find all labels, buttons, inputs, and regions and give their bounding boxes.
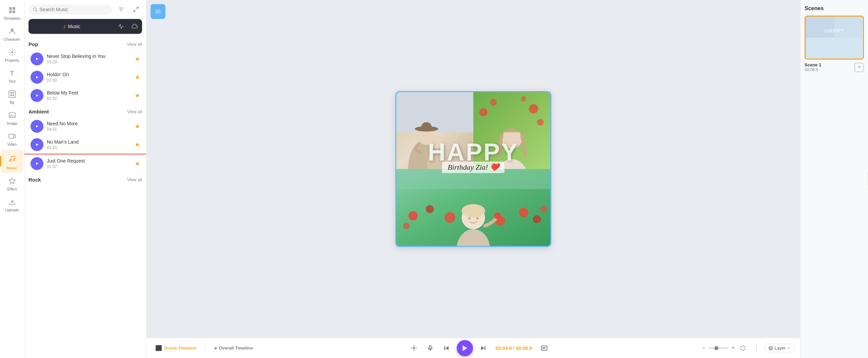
track-play-btn-holdin-on[interactable]: [31, 71, 43, 84]
sidebar-item-property[interactable]: Property: [1, 45, 23, 65]
layer-btn[interactable]: Layer: [765, 344, 795, 352]
overall-timeline-icon: ≡: [214, 345, 217, 351]
track-play-btn-never-stop[interactable]: [31, 52, 43, 65]
view-all-pop[interactable]: View all: [127, 42, 142, 47]
sidebar-item-label-image: Image: [7, 121, 17, 125]
sidebar-item-character[interactable]: Character: [1, 24, 23, 44]
zoom-plus[interactable]: +: [731, 344, 735, 352]
skip-forward-btn[interactable]: [477, 342, 489, 354]
text-icon: T: [7, 68, 17, 78]
music-icon: [6, 152, 18, 165]
sidebar-item-image[interactable]: Image: [1, 108, 23, 128]
track-info-no-mans-land: No Man's Land 01:43: [47, 139, 131, 150]
overall-timeline-btn[interactable]: ≡ Overall Timeline: [211, 343, 256, 353]
svg-rect-10: [13, 94, 14, 96]
track-name-holdin-on: Holdin' On: [47, 72, 131, 77]
time-display: 00:04.8 / 00:08.9: [493, 345, 534, 351]
canvas-frame[interactable]: HAPPY Birthday Zia! ❤️: [395, 91, 551, 247]
sidebar-item-text[interactable]: T Text: [1, 66, 23, 86]
effect-icon: [7, 176, 17, 186]
filter-button[interactable]: [115, 3, 127, 16]
track-star-need-no-more[interactable]: ★: [135, 123, 140, 130]
sidebar-item-label-property: Property: [5, 58, 19, 62]
svg-point-14: [9, 160, 11, 162]
music-list: Pop View all Never Stop Believing in You…: [24, 37, 146, 358]
svg-point-42: [426, 205, 434, 213]
timeline-divider: [205, 344, 205, 352]
svg-rect-22: [155, 9, 161, 14]
sidebar-item-label-music: Music: [7, 166, 17, 170]
section-title-pop: Pop: [28, 41, 38, 47]
search-box[interactable]: [28, 4, 112, 15]
svg-rect-13: [9, 134, 14, 138]
canvas-cell-top-left: [396, 92, 473, 169]
track-name-just-one-request: Just One Request: [47, 158, 131, 164]
zoom-minus[interactable]: −: [702, 344, 706, 352]
track-item-no-mans-land[interactable]: No Man's Land 01:43 ★: [28, 135, 142, 154]
track-star-just-one-request[interactable]: ★: [135, 160, 140, 167]
sidebar-item-music[interactable]: Music: [1, 150, 23, 173]
scene-timeline-btn[interactable]: ⬛ Scene Timeline: [152, 343, 199, 353]
track-duration-below-my-feet: 01:52: [47, 96, 131, 101]
sidebar-item-video[interactable]: Video: [1, 129, 23, 149]
sidebar-item-label-effect: Effect: [7, 187, 17, 191]
track-duration-holdin-on: 01:50: [47, 78, 131, 83]
sidebar-item-bg[interactable]: Bg: [1, 87, 23, 107]
svg-point-44: [403, 222, 410, 229]
svg-point-32: [479, 108, 488, 116]
track-item-holdin-on[interactable]: Holdin' On 01:50 ★: [28, 68, 142, 86]
track-star-below-my-feet[interactable]: ★: [135, 92, 140, 99]
track-star-never-stop[interactable]: ★: [135, 55, 140, 63]
sidebar-item-label-uploads: Uploads: [5, 208, 19, 212]
scene-card-1[interactable]: HAPPY: [805, 16, 864, 60]
svg-rect-66: [806, 38, 863, 59]
play-pause-btn[interactable]: [457, 340, 473, 356]
track-star-holdin-on[interactable]: ★: [135, 73, 140, 81]
svg-point-46: [533, 215, 541, 223]
sidebar-item-label-video: Video: [7, 142, 17, 146]
music-panel: ♪ Music Pop View all Never Stop Believin…: [24, 0, 146, 358]
svg-rect-2: [9, 10, 12, 13]
skip-back-btn[interactable]: [440, 342, 453, 354]
search-input[interactable]: [40, 7, 108, 12]
track-item-need-no-more[interactable]: Need No More 04:01 ★: [28, 117, 142, 135]
svg-point-43: [445, 212, 455, 223]
sidebar-item-templates[interactable]: Templates: [1, 3, 23, 23]
track-play-btn-need-no-more[interactable]: [31, 120, 43, 133]
zoom-slider[interactable]: [708, 348, 729, 349]
track-name-need-no-more: Need No More: [47, 121, 131, 126]
svg-point-47: [540, 206, 547, 212]
track-duration-never-stop: 03:29: [47, 60, 131, 64]
tab-rhythm[interactable]: [115, 20, 127, 33]
svg-rect-56: [430, 345, 431, 349]
expand-timeline-btn[interactable]: [737, 343, 748, 354]
track-item-never-stop[interactable]: Never Stop Believing in You 03:29 ★: [28, 50, 142, 68]
scenes-panel: Scenes HAPPY Scene 1 00:08.9 +: [800, 0, 868, 358]
track-play-btn-below-my-feet[interactable]: [31, 89, 43, 102]
track-play-btn-just-one-request[interactable]: [31, 157, 43, 170]
track-star-no-mans-land[interactable]: ★: [135, 141, 140, 148]
tab-music[interactable]: ♪ Music: [30, 21, 114, 32]
view-all-ambient[interactable]: View all: [127, 109, 142, 114]
main-area: HAPPY Birthday Zia! ❤️ ⬛ Scene Timeline …: [146, 0, 800, 358]
svg-point-34: [529, 104, 538, 113]
track-play-btn-no-mans-land[interactable]: [31, 138, 43, 151]
scene-focus-btn[interactable]: [408, 342, 420, 354]
add-scene-button[interactable]: +: [854, 63, 864, 72]
expand-button[interactable]: [130, 3, 142, 16]
templates-icon: [7, 5, 17, 15]
scene-name-area: Scene 1 00:08.9: [805, 62, 821, 72]
track-item-just-one-request[interactable]: Just One Request 01:57 ★: [28, 154, 142, 173]
scene-name: Scene 1: [805, 62, 821, 67]
canvas-cell-bottom: [396, 169, 550, 246]
track-duration-no-mans-land: 01:43: [47, 145, 131, 150]
mic-btn[interactable]: [424, 342, 436, 354]
subtitles-btn[interactable]: [538, 342, 550, 354]
track-item-below-my-feet[interactable]: Below My Feet 01:52 ★: [28, 86, 142, 105]
view-all-rock[interactable]: View all: [127, 177, 142, 182]
tab-cloud[interactable]: [129, 20, 141, 33]
sidebar-item-effect[interactable]: Effect: [1, 173, 23, 194]
sidebar-item-uploads[interactable]: Uploads: [1, 194, 23, 215]
scene-indicator: [151, 4, 165, 19]
more-btn[interactable]: ⋮: [751, 343, 762, 354]
